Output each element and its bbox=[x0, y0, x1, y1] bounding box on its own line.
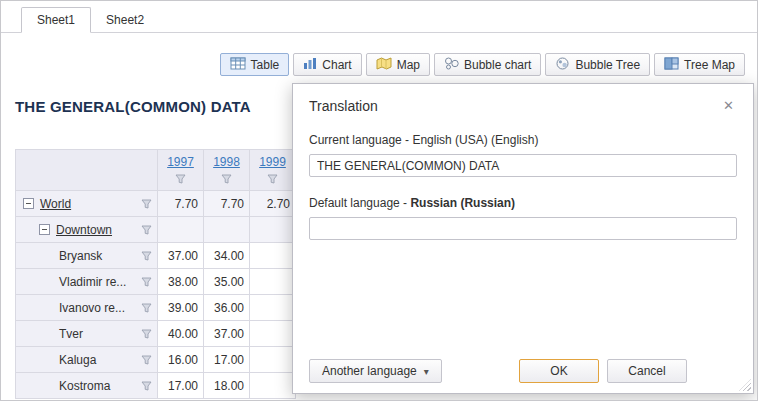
table-row-ivanovo: Ivanovo re... 39.00 36.00 bbox=[16, 295, 296, 321]
cell-value bbox=[250, 373, 296, 399]
collapse-icon[interactable] bbox=[23, 198, 34, 209]
cell-value: 34.00 bbox=[204, 243, 250, 269]
table-row-kostroma: Kostroma 17.00 18.00 bbox=[16, 373, 296, 399]
column-link-1999[interactable]: 1999 bbox=[259, 155, 286, 169]
table-row-kaluga: Kaluga 16.00 17.00 bbox=[16, 347, 296, 373]
filter-icon[interactable] bbox=[175, 173, 186, 187]
pivot-table: 1997 1998 1999 World 7.70 bbox=[15, 149, 296, 399]
filter-icon[interactable] bbox=[141, 381, 152, 391]
filter-icon[interactable] bbox=[267, 173, 278, 187]
bubble-tree-view-button[interactable]: Bubble Tree bbox=[545, 53, 650, 76]
map-view-button[interactable]: Map bbox=[366, 53, 430, 76]
row-label[interactable]: Vladimir re... bbox=[59, 275, 126, 289]
chart-view-button[interactable]: Chart bbox=[293, 53, 361, 76]
cell-value: 17.00 bbox=[204, 347, 250, 373]
column-header-1999: 1999 bbox=[250, 150, 296, 191]
resize-grip[interactable] bbox=[739, 379, 751, 391]
dialog-title: Translation bbox=[309, 98, 378, 114]
page-title: THE GENERAL(COMMON) DATA bbox=[15, 98, 251, 115]
cell-value bbox=[250, 347, 296, 373]
table-row-bryansk: Bryansk 37.00 34.00 bbox=[16, 243, 296, 269]
table-row-downtown: Downtown bbox=[16, 217, 296, 243]
pivot-corner-cell bbox=[16, 150, 158, 191]
tree-map-icon bbox=[664, 57, 679, 73]
pivot-header-row: 1997 1998 1999 bbox=[16, 150, 296, 191]
default-language-label: Default language - Russian (Russian) bbox=[309, 196, 737, 210]
chevron-down-icon: ▾ bbox=[424, 366, 429, 377]
cell-value: 16.00 bbox=[158, 347, 204, 373]
table-icon bbox=[230, 57, 246, 73]
cell-value bbox=[250, 217, 296, 243]
cell-value bbox=[158, 217, 204, 243]
column-link-1997[interactable]: 1997 bbox=[167, 155, 194, 169]
another-language-button[interactable]: Another language ▾ bbox=[309, 359, 442, 383]
cell-value: 40.00 bbox=[158, 321, 204, 347]
cell-value bbox=[250, 243, 296, 269]
cell-value bbox=[250, 295, 296, 321]
column-header-1998: 1998 bbox=[204, 150, 250, 191]
view-toolbar: Table Chart Map Bubble chart Bubble Tree… bbox=[220, 53, 745, 76]
filter-icon[interactable] bbox=[141, 303, 152, 313]
cell-value: 7.70 bbox=[158, 191, 204, 217]
tree-map-view-button[interactable]: Tree Map bbox=[654, 53, 745, 76]
app-window: Sheet1 Sheet2 Table Chart Map Bubble cha… bbox=[0, 0, 758, 401]
translation-dialog: Translation ✕ Current language - English… bbox=[292, 83, 754, 394]
filter-icon[interactable] bbox=[141, 277, 152, 287]
cell-value: 39.00 bbox=[158, 295, 204, 321]
cell-value: 2.70 bbox=[250, 191, 296, 217]
cell-value: 37.00 bbox=[158, 243, 204, 269]
tab-sheet2-label: Sheet2 bbox=[106, 13, 144, 27]
close-icon[interactable]: ✕ bbox=[720, 97, 737, 114]
map-view-label: Map bbox=[397, 58, 420, 72]
filter-icon[interactable] bbox=[141, 355, 152, 365]
table-row-tver: Tver 40.00 37.00 bbox=[16, 321, 296, 347]
map-icon bbox=[376, 57, 392, 73]
cell-value: 35.00 bbox=[204, 269, 250, 295]
sheet-tabstrip: Sheet1 Sheet2 bbox=[1, 8, 757, 33]
row-label[interactable]: Ivanovo re... bbox=[59, 301, 125, 315]
tree-map-view-label: Tree Map bbox=[684, 58, 735, 72]
collapse-icon[interactable] bbox=[39, 224, 50, 235]
cell-value: 36.00 bbox=[204, 295, 250, 321]
table-view-label: Table bbox=[251, 58, 280, 72]
dialog-footer: Another language ▾ OK Cancel bbox=[309, 359, 737, 383]
bubble-chart-icon bbox=[444, 57, 459, 73]
current-translation-input[interactable] bbox=[309, 154, 737, 177]
chart-view-label: Chart bbox=[322, 58, 351, 72]
tab-sheet1[interactable]: Sheet1 bbox=[21, 7, 91, 33]
cell-value: 38.00 bbox=[158, 269, 204, 295]
bubble-tree-icon bbox=[555, 57, 570, 73]
row-label[interactable]: Tver bbox=[59, 327, 83, 341]
bubble-tree-view-label: Bubble Tree bbox=[575, 58, 640, 72]
row-label[interactable]: World bbox=[40, 197, 71, 211]
table-view-button[interactable]: Table bbox=[220, 53, 290, 76]
table-row-vladimir: Vladimir re... 38.00 35.00 bbox=[16, 269, 296, 295]
cell-value: 18.00 bbox=[204, 373, 250, 399]
table-row-world: World 7.70 7.70 2.70 bbox=[16, 191, 296, 217]
default-translation-input[interactable] bbox=[309, 217, 737, 240]
filter-icon[interactable] bbox=[141, 225, 152, 235]
row-label[interactable]: Kaluga bbox=[59, 353, 96, 367]
filter-icon[interactable] bbox=[141, 251, 152, 261]
tab-sheet1-label: Sheet1 bbox=[37, 13, 75, 27]
bubble-chart-view-label: Bubble chart bbox=[464, 58, 531, 72]
bar-chart-icon bbox=[303, 57, 317, 73]
tab-sheet2[interactable]: Sheet2 bbox=[91, 8, 159, 32]
cell-value bbox=[250, 269, 296, 295]
row-label[interactable]: Kostroma bbox=[59, 379, 110, 393]
current-language-label: Current language - English (USA) (Englis… bbox=[309, 133, 737, 147]
row-label[interactable]: Downtown bbox=[56, 223, 112, 237]
bubble-chart-view-button[interactable]: Bubble chart bbox=[434, 53, 541, 76]
filter-icon[interactable] bbox=[141, 329, 152, 339]
column-link-1998[interactable]: 1998 bbox=[213, 155, 240, 169]
cell-value bbox=[250, 321, 296, 347]
ok-button[interactable]: OK bbox=[519, 359, 599, 383]
column-header-1997: 1997 bbox=[158, 150, 204, 191]
cell-value: 37.00 bbox=[204, 321, 250, 347]
row-label[interactable]: Bryansk bbox=[59, 249, 102, 263]
cancel-button[interactable]: Cancel bbox=[607, 359, 687, 383]
cell-value: 7.70 bbox=[204, 191, 250, 217]
cell-value: 17.00 bbox=[158, 373, 204, 399]
filter-icon[interactable] bbox=[221, 173, 232, 187]
filter-icon[interactable] bbox=[141, 199, 152, 209]
